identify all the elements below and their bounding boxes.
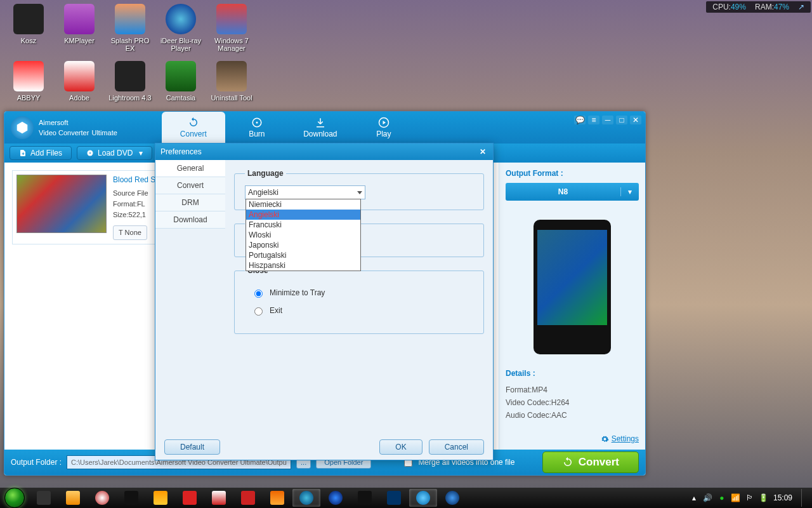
svg-point-1 (256, 122, 258, 124)
chevron-down-icon: ▾ (620, 187, 639, 196)
desktop-icon-label: Splash PRO EX (111, 37, 150, 52)
language-option[interactable]: Portugalski (246, 250, 360, 260)
pref-tab-general[interactable]: General (155, 160, 225, 177)
pref-tab-convert[interactable]: Convert (155, 177, 225, 194)
taskbar: ▴ 🔊 ● 📶 🏳 🔋 15:09 (0, 488, 812, 508)
desktop-icon-label: Camtasia (166, 94, 195, 102)
device-preview (534, 220, 611, 354)
taskbar-item[interactable] (438, 489, 466, 507)
tray-up-icon[interactable]: ▴ (690, 493, 698, 502)
close-icon[interactable]: ✕ (478, 147, 488, 157)
close-button[interactable]: ✕ (630, 116, 641, 124)
tab-play[interactable]: Play (352, 112, 416, 144)
system-monitor[interactable]: CPU:49% RAM:47% ↗ (706, 1, 811, 13)
language-option[interactable]: Angielski (246, 210, 360, 220)
svg-point-4 (89, 152, 91, 154)
desktop-icon[interactable]: Kosz (6, 4, 51, 44)
desktop-icon[interactable]: ABBYY (6, 61, 51, 102)
list-icon[interactable]: ≡ (588, 116, 599, 124)
taskbar-item[interactable] (176, 489, 204, 507)
desktop-icon-label: Kosz (21, 37, 36, 44)
start-button[interactable] (0, 488, 29, 508)
battery-icon[interactable]: 🔋 (759, 493, 768, 502)
desktop-icon-label: Windows 7 Manager (214, 37, 249, 52)
output-format-select[interactable]: N8 ▾ (506, 183, 639, 201)
desktop-icon[interactable]: Camtasia (159, 61, 203, 102)
desktop-icon[interactable]: Splash PRO EX (108, 4, 152, 52)
add-files-button[interactable]: Add Files (10, 146, 72, 160)
network-icon[interactable]: 📶 (731, 493, 740, 502)
minimize-to-tray-radio[interactable]: Minimize to Tray (251, 288, 473, 298)
pref-tab-download[interactable]: Download (155, 211, 225, 229)
taskbar-item[interactable] (117, 489, 145, 507)
desktop-icon[interactable]: Adobe (57, 61, 102, 102)
output-format-header: Output Format : (506, 169, 639, 178)
load-dvd-button[interactable]: Load DVD▾ (77, 146, 152, 160)
ok-button[interactable]: OK (379, 439, 422, 455)
ram-label: RAM:47% (755, 3, 789, 11)
app-logo-icon (11, 116, 34, 139)
taskbar-item[interactable] (263, 489, 291, 507)
language-fieldset: Language Angielski Niemiecki Angielski F… (234, 169, 484, 210)
tab-burn[interactable]: Burn (225, 112, 289, 144)
taskbar-item[interactable] (30, 489, 58, 507)
desktop-icon-label: KMPlayer (64, 37, 95, 44)
tab-download[interactable]: Download (289, 112, 352, 144)
desktop-icon-label: iDeer Blu-ray Player (160, 37, 201, 52)
language-option[interactable]: Wloski (246, 230, 360, 240)
taskbar-item[interactable] (409, 489, 437, 507)
cancel-button[interactable]: Cancel (429, 439, 484, 455)
expand-icon[interactable]: ↗ (798, 3, 804, 11)
desktop-icon-label: Adobe (69, 94, 89, 102)
details-block: Details : Format:MP4 Video Codec:H264 Au… (506, 367, 639, 422)
taskbar-item[interactable] (147, 489, 174, 507)
desktop-icon[interactable]: Uninstall Tool (209, 61, 254, 102)
app-title: Aimersoft Video Converter Ultimate (39, 119, 117, 137)
desktop-icon-label: ABBYY (17, 94, 41, 102)
windows-orb-icon (4, 488, 25, 508)
tab-convert[interactable]: Convert (162, 112, 225, 144)
app-titlebar: Aimersoft Video Converter Ultimate Conve… (4, 112, 645, 144)
taskbar-item[interactable] (380, 489, 408, 507)
flag-icon[interactable]: 🏳 (745, 493, 754, 502)
system-tray[interactable]: ▴ 🔊 ● 📶 🏳 🔋 15:09 (684, 489, 812, 507)
taskbar-item[interactable] (322, 489, 350, 507)
file-info: Blood Red Sh Source File Format:FL Size:… (113, 175, 160, 240)
close-fieldset: Close Minimize to Tray Exit (234, 266, 484, 334)
minimize-button[interactable]: ─ (602, 116, 613, 124)
language-option[interactable]: Niemiecki (246, 199, 360, 210)
taskbar-item[interactable] (234, 489, 262, 507)
pref-tab-drm[interactable]: DRM (155, 194, 225, 211)
show-desktop-button[interactable] (801, 489, 807, 507)
video-thumbnail (16, 175, 107, 233)
default-button[interactable]: Default (164, 439, 220, 455)
taskbar-item[interactable] (205, 489, 233, 507)
clock[interactable]: 15:09 (773, 493, 792, 502)
language-dropdown: Niemiecki Angielski Francuski Wloski Jap… (246, 199, 361, 271)
preferences-dialog: Preferences ✕ General Convert DRM Downlo… (155, 143, 494, 460)
desktop-icon[interactable]: iDeer Blu-ray Player (159, 4, 203, 52)
volume-icon[interactable]: 🔊 (704, 493, 712, 502)
exit-radio[interactable]: Exit (251, 305, 473, 316)
feedback-icon[interactable]: 💬 (574, 116, 586, 124)
language-option[interactable]: Japonski (246, 240, 360, 250)
language-option[interactable]: Hiszpanski (246, 260, 360, 271)
taskbar-item[interactable] (292, 489, 320, 507)
language-option[interactable]: Francuski (246, 220, 360, 230)
preferences-titlebar[interactable]: Preferences ✕ (155, 144, 493, 160)
taskbar-item[interactable] (59, 489, 87, 507)
language-select[interactable]: Angielski Niemiecki Angielski Francuski … (245, 185, 365, 199)
settings-link[interactable]: Settings (506, 434, 639, 443)
chevron-down-icon (357, 191, 362, 194)
desktop-icon[interactable]: Windows 7 Manager (209, 4, 254, 52)
maximize-button[interactable]: □ (616, 116, 627, 124)
taskbar-item[interactable] (351, 489, 379, 507)
convert-button[interactable]: Convert (542, 451, 639, 473)
tray-icon[interactable]: ● (717, 493, 726, 502)
taskbar-item[interactable] (88, 489, 116, 507)
desktop-icon[interactable]: Lightroom 4.3 (108, 61, 152, 102)
preferences-title: Preferences (160, 147, 202, 156)
subtitle-none-button[interactable]: T None (113, 225, 147, 240)
preferences-tabs: General Convert DRM Download (155, 160, 225, 434)
desktop-icon[interactable]: KMPlayer (57, 4, 102, 44)
